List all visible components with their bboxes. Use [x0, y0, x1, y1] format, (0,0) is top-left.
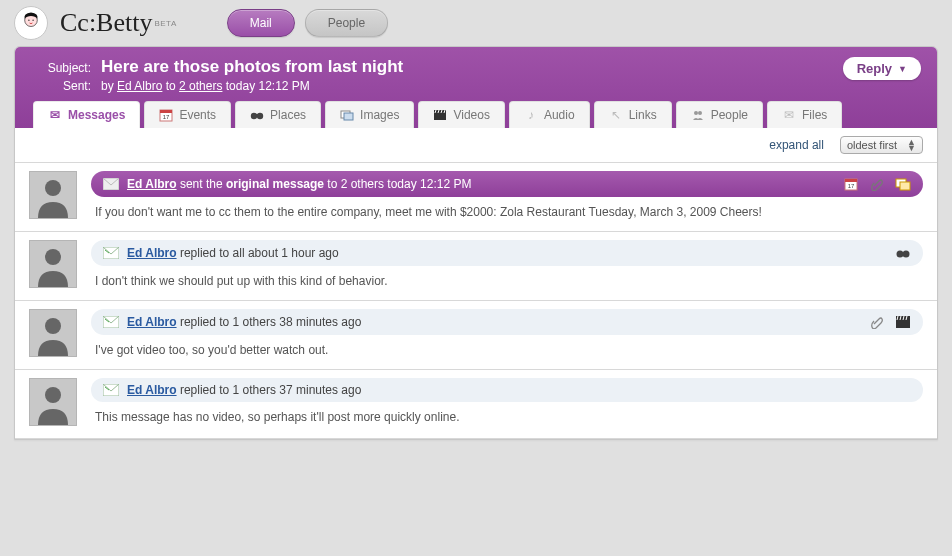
svg-point-39 [45, 387, 61, 403]
svg-point-17 [694, 111, 698, 115]
tab-videos[interactable]: Videos [418, 101, 504, 128]
topbar: Cc:BettyBETA Mail People [0, 0, 952, 46]
envelope-icon: ✉ [782, 108, 796, 122]
svg-rect-25 [900, 182, 910, 190]
attachment-icon[interactable] [869, 176, 885, 192]
svg-text:17: 17 [163, 114, 170, 120]
message-body: If you don't want me to cc them to the e… [91, 197, 923, 219]
message-row: Ed Albro replied to 1 others 37 minutes … [15, 370, 937, 439]
tab-events[interactable]: 17Events [144, 101, 231, 128]
nav-mail[interactable]: Mail [227, 9, 295, 37]
envelope-icon [103, 178, 119, 190]
betty-icon [17, 9, 45, 37]
message-body: I don't think we should put up with this… [91, 266, 923, 288]
message-body: I've got video too, so you'd better watc… [91, 335, 923, 357]
message-header[interactable]: Ed Albro sent the original message to 2 … [91, 171, 923, 197]
main-panel: Reply ▼ Subject: Here are those photos f… [14, 46, 938, 440]
tab-people[interactable]: People [676, 101, 763, 128]
reply-envelope-icon [103, 247, 119, 259]
tabs: ✉Messages 17Events Places Images Videos … [31, 101, 921, 128]
message-meta: Ed Albro replied to 1 others 38 minutes … [127, 315, 361, 329]
message-body: This message has no video, so perhaps it… [91, 402, 923, 424]
people-icon [691, 108, 705, 122]
message-meta: Ed Albro replied to 1 others 37 minutes … [127, 383, 361, 397]
svg-point-1 [28, 20, 29, 21]
clapper-icon [433, 108, 447, 122]
svg-rect-33 [896, 320, 910, 328]
reply-envelope-icon [103, 384, 119, 396]
images-icon[interactable] [895, 176, 911, 192]
thread-header: Reply ▼ Subject: Here are those photos f… [15, 47, 937, 128]
tab-files[interactable]: ✉Files [767, 101, 842, 128]
recipients-link[interactable]: 2 others [179, 79, 222, 93]
cursor-icon: ↖ [609, 108, 623, 122]
message-meta: Ed Albro replied to all about 1 hour ago [127, 246, 339, 260]
tab-audio[interactable]: ♪Audio [509, 101, 590, 128]
envelope-icon: ✉ [48, 108, 62, 122]
expand-all-link[interactable]: expand all [769, 138, 824, 152]
message-row: Ed Albro sent the original message to 2 … [15, 163, 937, 232]
svg-point-18 [698, 111, 702, 115]
music-note-icon: ♪ [524, 108, 538, 122]
message-row: Ed Albro replied to all about 1 hour ago… [15, 232, 937, 301]
beta-badge: BETA [154, 19, 176, 28]
reply-envelope-icon [103, 316, 119, 328]
user-link[interactable]: Ed Albro [127, 315, 177, 329]
reply-label: Reply [857, 61, 892, 76]
dropdown-icon: ▼ [898, 64, 907, 74]
sender-link[interactable]: Ed Albro [117, 79, 162, 93]
reply-button[interactable]: Reply ▼ [843, 57, 921, 80]
brand-name: Cc:BettyBETA [58, 8, 177, 38]
avatar[interactable] [29, 378, 77, 426]
message-header[interactable]: Ed Albro replied to all about 1 hour ago [91, 240, 923, 266]
message-row: Ed Albro replied to 1 others 38 minutes … [15, 301, 937, 370]
attachment-icon[interactable] [869, 314, 885, 330]
svg-rect-10 [344, 113, 353, 120]
svg-text:17: 17 [848, 183, 855, 189]
avatar[interactable] [29, 240, 77, 288]
sent-text: by Ed Albro to 2 others today 12:12 PM [101, 79, 310, 93]
message-header[interactable]: Ed Albro replied to 1 others 37 minutes … [91, 378, 923, 402]
message-meta: Ed Albro sent the original message to 2 … [127, 177, 471, 191]
svg-rect-30 [901, 252, 905, 254]
svg-point-26 [45, 249, 61, 265]
sort-select[interactable]: oldest first ▲▼ [840, 136, 923, 154]
tab-messages[interactable]: ✉Messages [33, 101, 140, 128]
svg-rect-8 [255, 114, 259, 116]
avatar[interactable] [29, 309, 77, 357]
sent-label: Sent: [31, 79, 91, 93]
svg-rect-11 [434, 113, 446, 120]
sort-label: oldest first [847, 139, 897, 151]
tab-images[interactable]: Images [325, 101, 414, 128]
tab-links[interactable]: ↖Links [594, 101, 672, 128]
nav-people[interactable]: People [305, 9, 388, 37]
avatar[interactable] [29, 171, 77, 219]
user-link[interactable]: Ed Albro [127, 246, 177, 260]
subject-text: Here are those photos from last night [101, 57, 403, 77]
svg-point-31 [45, 318, 61, 334]
binoculars-icon[interactable] [895, 245, 911, 261]
tab-places[interactable]: Places [235, 101, 321, 128]
message-header[interactable]: Ed Albro replied to 1 others 38 minutes … [91, 309, 923, 335]
images-icon [340, 108, 354, 122]
binoculars-icon [250, 108, 264, 122]
svg-rect-4 [160, 110, 172, 113]
subject-label: Subject: [31, 61, 91, 75]
sort-arrows-icon: ▲▼ [907, 139, 916, 151]
clapper-icon[interactable] [895, 314, 911, 330]
svg-point-2 [32, 20, 33, 21]
calendar-icon: 17 [159, 108, 173, 122]
svg-point-19 [45, 180, 61, 196]
user-link[interactable]: Ed Albro [127, 383, 177, 397]
svg-rect-22 [845, 179, 857, 182]
user-link[interactable]: Ed Albro [127, 177, 177, 191]
thread: Ed Albro sent the original message to 2 … [15, 163, 937, 439]
nav-pills: Mail People [227, 9, 388, 37]
thread-controls: expand all oldest first ▲▼ [15, 128, 937, 163]
calendar-icon[interactable]: 17 [843, 176, 859, 192]
logo[interactable] [14, 6, 48, 40]
